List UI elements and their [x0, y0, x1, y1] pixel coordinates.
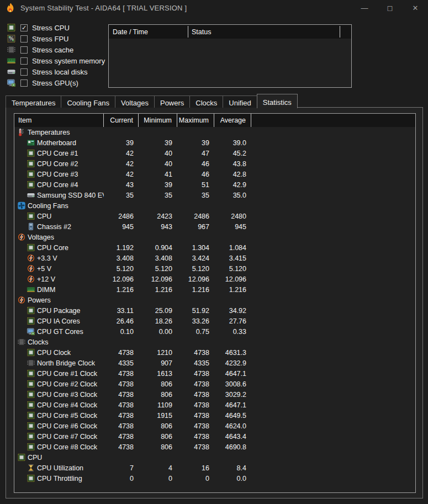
checkbox-stress-local-disks[interactable] — [20, 68, 28, 76]
title-bar: System Stability Test - AIDA64 [ TRIAL V… — [0, 0, 428, 15]
event-log-body — [109, 39, 351, 87]
minimum-value: 1109 — [139, 401, 177, 409]
stat-row-cpu-core-5-clock[interactable]: CPU Core #5 Clock 4738 1915 4738 4649.5 — [14, 410, 415, 421]
tab-unified[interactable]: Unified — [223, 96, 257, 108]
stat-row-cpu-core-7-clock[interactable]: CPU Core #7 Clock 4738 806 4738 4643.4 — [14, 431, 415, 442]
stat-row-samsung-ssd-840-ev[interactable]: Samsung SSD 840 EV... 35 35 35 35.0 — [14, 190, 415, 200]
tab-statistics[interactable]: Statistics — [257, 94, 298, 108]
maximum-value: 4738 — [177, 391, 214, 399]
stat-row-dimm[interactable]: DIMM 1.216 1.216 1.216 1.216 — [14, 284, 415, 295]
column-header-average[interactable]: Average — [214, 114, 251, 127]
column-header-item[interactable]: Item — [14, 114, 104, 127]
cpu-icon — [27, 443, 35, 451]
checkbox-stress-system-memory[interactable] — [20, 57, 28, 65]
stat-row-cpu-throttling[interactable]: CPU Throttling 0 0 0 0.0 — [14, 473, 415, 484]
stat-row-motherboard[interactable]: Motherboard 39 39 39 39.0 — [14, 137, 415, 148]
stat-row-cpu-gt-cores[interactable]: CPU GT Cores 0.10 0.00 0.75 0.33 — [14, 326, 415, 337]
tab-clocks[interactable]: Clocks — [189, 96, 223, 108]
stat-row-cpu-package[interactable]: CPU Package 33.11 25.09 51.92 34.92 — [14, 305, 415, 316]
current-value: 33.11 — [104, 307, 139, 315]
cpu-icon — [27, 181, 35, 189]
stat-row-cpu-core-2[interactable]: CPU Core #2 42 40 46 43.8 — [14, 158, 415, 169]
stress-option-label[interactable]: Stress system memory — [32, 57, 105, 65]
checkbox-stress-gpu-s[interactable] — [20, 79, 28, 87]
tab-powers[interactable]: Powers — [154, 96, 190, 108]
current-value: 42 — [104, 150, 139, 157]
average-value: 945 — [214, 223, 251, 231]
group-row-powers[interactable]: Powers — [14, 295, 415, 305]
current-value: 5.120 — [104, 265, 139, 273]
average-value: 3.415 — [214, 254, 251, 262]
stat-row-cpu-core-3-clock[interactable]: CPU Core #3 Clock 4738 806 4738 3029.2 — [14, 389, 415, 400]
item-label: Motherboard — [37, 139, 76, 147]
maximum-value: 4738 — [177, 443, 214, 451]
item-label: CPU Core #3 — [37, 171, 78, 178]
stress-option-label[interactable]: Stress CPU — [32, 24, 70, 32]
column-header-minimum[interactable]: Minimum — [139, 114, 177, 127]
group-row-temperatures[interactable]: Temperatures — [14, 127, 415, 137]
stat-row-cpu-ia-cores[interactable]: CPU IA Cores 26.46 18.26 33.26 27.76 — [14, 316, 415, 326]
checkbox-stress-cpu[interactable]: ✓ — [20, 24, 28, 31]
average-value: 4232.9 — [214, 359, 251, 367]
maximize-button[interactable]: ◻ — [377, 0, 403, 15]
item-label: CPU GT Cores — [37, 328, 83, 336]
stress-option-label[interactable]: Stress cache — [32, 46, 73, 54]
minimum-value: 2423 — [139, 213, 177, 220]
group-row-cpu[interactable]: CPU — [14, 452, 415, 463]
statistics-tab-page: Item Current Minimum Maximum Average Tem… — [6, 107, 423, 498]
column-header-current[interactable]: Current — [104, 114, 139, 127]
maximum-value: 4738 — [177, 370, 214, 378]
stat-row-cpu[interactable]: CPU 2486 2423 2486 2480 — [14, 211, 415, 221]
stat-row-cpu-core-1-clock[interactable]: CPU Core #1 Clock 4738 1613 4738 4647.1 — [14, 368, 415, 379]
stat-row-cpu-core-8-clock[interactable]: CPU Core #8 Clock 4738 806 4738 4690.8 — [14, 442, 415, 452]
stat-row-cpu-core-3[interactable]: CPU Core #3 42 41 46 42.8 — [14, 169, 415, 179]
close-button[interactable]: ✕ — [403, 0, 428, 15]
log-column-datetime[interactable]: Date / Time — [109, 28, 188, 36]
stat-row-north-bridge-clock[interactable]: North Bridge Clock 4335 907 4335 4232.9 — [14, 358, 415, 368]
maximum-value: 2486 — [177, 213, 214, 220]
gpu-icon — [27, 327, 35, 336]
stress-option-label[interactable]: Stress FPU — [32, 35, 68, 43]
average-value: 35.0 — [214, 192, 251, 199]
maximum-value: 0 — [177, 475, 214, 482]
stat-row-5-v[interactable]: +5 V 5.120 5.120 5.120 5.120 — [14, 263, 415, 274]
stat-row-chassis-2[interactable]: Chassis #2 945 943 967 945 — [14, 221, 415, 232]
stat-row-cpu-utilization[interactable]: CPU Utilization 7 4 16 8.4 — [14, 463, 415, 473]
group-row-cooling-fans[interactable]: Cooling Fans — [14, 200, 415, 211]
minimum-value: 907 — [139, 359, 177, 367]
minimum-value: 806 — [139, 391, 177, 399]
stat-row-3-3-v[interactable]: +3.3 V 3.408 3.408 3.424 3.415 — [14, 253, 415, 263]
stat-row-cpu-core-2-clock[interactable]: CPU Core #2 Clock 4738 806 4738 3008.6 — [14, 379, 415, 389]
stat-row-cpu-core[interactable]: CPU Core 1.192 0.904 1.304 1.084 — [14, 242, 415, 253]
average-value: 4649.5 — [214, 412, 251, 420]
checkbox-stress-fpu[interactable] — [20, 35, 28, 43]
log-column-status[interactable]: Status — [188, 28, 351, 36]
hourglass-icon — [27, 464, 35, 472]
group-row-voltages[interactable]: Voltages — [14, 232, 415, 242]
stat-row-cpu-core-1[interactable]: CPU Core #1 42 40 47 45.2 — [14, 148, 415, 158]
maximum-value: 51 — [177, 181, 214, 189]
checkbox-stress-cache[interactable] — [20, 46, 28, 54]
stat-row-cpu-core-6-clock[interactable]: CPU Core #6 Clock 4738 806 4738 4624.0 — [14, 421, 415, 431]
minimum-value: 1210 — [139, 349, 177, 357]
stat-row-12-v[interactable]: +12 V 12.096 12.096 12.096 12.096 — [14, 274, 415, 284]
group-row-clocks[interactable]: Clocks — [14, 337, 415, 347]
minimize-button[interactable]: — — [352, 0, 377, 15]
tab-temperatures[interactable]: Temperatures — [6, 96, 61, 108]
stat-row-cpu-core-4[interactable]: CPU Core #4 43 39 51 42.9 — [14, 179, 415, 190]
ram-icon — [7, 56, 16, 65]
stat-row-cpu-clock[interactable]: CPU Clock 4738 1210 4738 4631.3 — [14, 347, 415, 358]
average-value: 43.8 — [214, 160, 251, 168]
item-label: CPU Core #8 Clock — [37, 443, 97, 451]
stat-row-cpu-core-4-clock[interactable]: CPU Core #4 Clock 4738 1109 4738 4647.1 — [14, 400, 415, 410]
tab-voltages[interactable]: Voltages — [115, 96, 155, 108]
minimum-value: 18.26 — [139, 317, 177, 325]
stress-option-label[interactable]: Stress GPU(s) — [32, 79, 78, 87]
maximum-value: 4738 — [177, 380, 214, 388]
stress-option-label[interactable]: Stress local disks — [32, 68, 87, 76]
column-header-maximum[interactable]: Maximum — [177, 114, 214, 127]
tab-cooling-fans[interactable]: Cooling Fans — [61, 96, 115, 108]
current-value: 4335 — [104, 359, 139, 367]
maximum-value: 4738 — [177, 433, 214, 441]
average-value: 4647.1 — [214, 370, 251, 378]
